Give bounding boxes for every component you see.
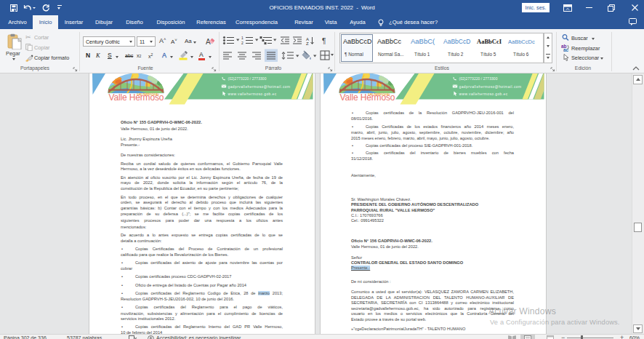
svg-text:Z: Z: [306, 41, 309, 46]
svg-text:¶: ¶: [322, 37, 326, 45]
svg-text:gadprvallehermoso@hotmail.com: gadprvallehermoso@hotmail.com: [228, 85, 291, 89]
svg-text:(02)2773220 / 2773300: (02)2773220 / 2773300: [459, 77, 498, 81]
svg-text:2: 2: [241, 41, 243, 45]
svg-text:(02)2773220 / 2773300: (02)2773220 / 2773300: [228, 77, 267, 81]
svg-text:www.vallehermoso.gob.ec: www.vallehermoso.gob.ec: [459, 92, 508, 96]
svg-text:gadprvallehermoso@hotmail.com: gadprvallehermoso@hotmail.com: [459, 85, 522, 89]
svg-text:GAD PARROQUIAL: GAD PARROQUIAL: [137, 93, 159, 96]
svg-text:1: 1: [241, 36, 243, 40]
svg-text:www.vallehermoso.gob.ec: www.vallehermoso.gob.ec: [228, 92, 277, 96]
svg-text:GAD PARROQUIAL: GAD PARROQUIAL: [368, 93, 390, 96]
